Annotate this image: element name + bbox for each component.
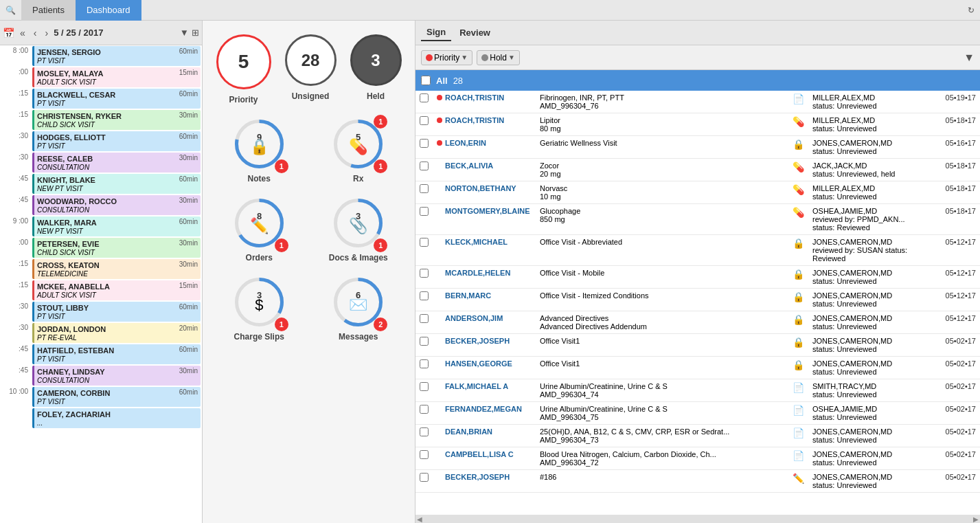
- circle-item-rx[interactable]: 5 💊 11Rx: [316, 118, 402, 183]
- row-checkbox[interactable]: [420, 269, 429, 278]
- appointment-item[interactable]: HODGES, ELLIOTT60minPT VISIT: [32, 131, 201, 151]
- schedule-list[interactable]: 8 :00JENSEN, SERGIO60minPT VISIT:00MOSLE…: [0, 45, 202, 523]
- row-checkbox[interactable]: [420, 291, 429, 300]
- hold-dropdown[interactable]: Hold ▼: [477, 50, 520, 65]
- schedule-header: 📅 « ‹ › 5 / 25 / 2017 ▼ ⊞: [0, 21, 202, 45]
- scroll-x-left-button[interactable]: ◀: [417, 515, 422, 523]
- row-checkbox[interactable]: [420, 93, 429, 102]
- appointment-item[interactable]: BLACKWELL, CESAR60minPT VISIT: [32, 89, 201, 109]
- table-row[interactable]: DEAN,BRIAN25(OH)D, ANA, B12, C & S, CMV,…: [415, 425, 980, 447]
- table-row[interactable]: BERN,MARCOffice Visit - Itemized Conditi…: [415, 289, 980, 311]
- patient-name[interactable]: HANSEN,GEORGE: [445, 359, 512, 368]
- schedule-grid-button[interactable]: ⊞: [192, 27, 199, 38]
- refresh-icon[interactable]: ↻: [968, 5, 975, 15]
- unsigned-circle[interactable]: 28: [285, 34, 337, 86]
- sign-button[interactable]: Sign: [421, 24, 451, 41]
- appointment-item[interactable]: JORDAN, LONDON20minPT RE-EVAL: [32, 323, 201, 343]
- table-row[interactable]: FERNANDEZ,MEGANUrine Albumin/Creatinine,…: [415, 402, 980, 425]
- patient-name[interactable]: BECKER,JOSEPH: [445, 337, 510, 345]
- circle-item-notes[interactable]: 9 🔒 1Notes: [216, 118, 302, 183]
- table-row[interactable]: NORTON,BETHANYNorvasc10 mg💊MILLER,ALEX,M…: [415, 181, 980, 204]
- row-checkbox[interactable]: [420, 162, 429, 170]
- row-checkbox[interactable]: [420, 238, 429, 247]
- patient-name[interactable]: MONTGOMERY,BLAINE: [445, 207, 530, 215]
- review-button[interactable]: Review: [454, 25, 496, 41]
- appointment-item[interactable]: FOLEY, ZACHARIAH...: [32, 408, 201, 428]
- row-checkbox[interactable]: [420, 337, 429, 346]
- held-circle[interactable]: 3: [350, 34, 402, 86]
- scroll-x-bar[interactable]: ◀ ▶: [415, 515, 980, 523]
- circle-item-docs[interactable]: 3 📎 1Docs & Images: [316, 197, 402, 263]
- table-row[interactable]: MCARDLE,HELENOffice Visit - Mobile🔒JONES…: [415, 266, 980, 289]
- tab-dashboard[interactable]: Dashboard: [76, 0, 141, 21]
- row-checkbox[interactable]: [420, 405, 429, 414]
- appointment-item[interactable]: CAMERON, CORBIN60minPT VISIT: [32, 387, 201, 407]
- nav-prev2-button[interactable]: «: [17, 26, 28, 40]
- select-all-checkbox[interactable]: [421, 76, 431, 85]
- patient-name[interactable]: ANDERSON,JIM: [445, 314, 503, 322]
- row-checkbox[interactable]: [420, 359, 429, 368]
- priority-dropdown[interactable]: Priority ▼: [421, 50, 472, 65]
- table-row[interactable]: ROACH,TRISTINFibrinogen, INR, PT, PTTAMD…: [415, 91, 980, 113]
- patient-name[interactable]: DEAN,BRIAN: [445, 427, 492, 436]
- table-row[interactable]: FALK,MICHAEL AUrine Albumin/Creatinine, …: [415, 379, 980, 402]
- table-row[interactable]: LEON,ERINGeriatric Wellness Visit🔒JONES,…: [415, 136, 980, 159]
- row-checkbox[interactable]: [420, 139, 429, 148]
- appointment-item[interactable]: CHRISTENSEN, RYKER30minCHILD SICK VISIT: [32, 110, 201, 130]
- nav-prev-button[interactable]: ‹: [31, 26, 40, 40]
- appointment-item[interactable]: JENSEN, SERGIO60minPT VISIT: [32, 46, 201, 66]
- appointment-item[interactable]: MOSLEY, MALAYA15minADULT SICK VISIT: [32, 67, 201, 87]
- search-button[interactable]: 🔍: [0, 5, 21, 15]
- nav-next-button[interactable]: ›: [42, 26, 51, 40]
- table-row[interactable]: KLECK,MICHAELOffice Visit - Abbreviated🔒…: [415, 235, 980, 266]
- table-row[interactable]: ROACH,TRISTINLipitor80 mg💊MILLER,ALEX,MD…: [415, 113, 980, 136]
- patient-name[interactable]: ROACH,TRISTIN: [445, 93, 504, 102]
- table-row[interactable]: BECKER,JOSEPH#186✏️JONES,CAMERON,MDstatu…: [415, 470, 980, 493]
- patient-name[interactable]: LEON,ERIN: [445, 139, 486, 147]
- appointment-item[interactable]: WOODWARD, ROCCO30minCONSULTATION: [32, 195, 201, 215]
- row-checkbox[interactable]: [420, 473, 429, 482]
- table-row[interactable]: HANSEN,GEORGEOffice Visit1🔒JONES,CAMERON…: [415, 357, 980, 379]
- row-checkbox[interactable]: [420, 382, 429, 391]
- patient-name[interactable]: BECKER,JOSEPH: [445, 473, 510, 481]
- tab-patients[interactable]: Patients: [21, 0, 76, 21]
- patient-name[interactable]: FALK,MICHAEL A: [445, 382, 508, 390]
- table-row[interactable]: BECKER,JOSEPHOffice Visit1🔒JONES,CAMERON…: [415, 334, 980, 357]
- patient-name[interactable]: BECK,ALIVIA: [445, 162, 493, 170]
- row-checkbox[interactable]: [420, 427, 429, 436]
- patient-name[interactable]: MCARDLE,HELEN: [445, 269, 510, 277]
- row-checkbox[interactable]: [420, 116, 429, 125]
- appointment-item[interactable]: PETERSEN, EVIE30minCHILD SICK VISIT: [32, 238, 201, 258]
- calendar-icon[interactable]: 📅: [3, 27, 14, 38]
- row-checkbox[interactable]: [420, 207, 429, 216]
- appointment-item[interactable]: WALKER, MARA60minNEW PT VISIT: [32, 216, 201, 236]
- circle-item-charge[interactable]: 3 $ 1Charge Slips: [216, 276, 302, 342]
- appointment-item[interactable]: HATFIELD, ESTEBAN60minPT VISIT: [32, 344, 201, 364]
- appointment-item[interactable]: CHANEY, LINDSAY30minCONSULTATION: [32, 366, 201, 386]
- appointment-item[interactable]: STOUT, LIBBY60minPT VISIT: [32, 302, 201, 322]
- appointment-item[interactable]: REESE, CALEB30minCONSULTATION: [32, 153, 201, 173]
- patient-name[interactable]: CAMPBELL,LISA C: [445, 450, 514, 458]
- right-filter-button[interactable]: ▼: [964, 52, 975, 64]
- table-row[interactable]: BECK,ALIVIAZocor20 mg💊JACK,JACK,MDstatus…: [415, 159, 980, 181]
- appointment-item[interactable]: MCKEE, ANABELLA15minADULT SICK VISIT: [32, 280, 201, 300]
- row-checkbox[interactable]: [420, 184, 429, 193]
- table-row[interactable]: MONTGOMERY,BLAINEGlucophage850 mg💊OSHEA,…: [415, 204, 980, 235]
- priority-circle[interactable]: 5: [216, 34, 271, 89]
- patient-name[interactable]: KLECK,MICHAEL: [445, 238, 508, 246]
- row-checkbox[interactable]: [420, 314, 429, 323]
- scroll-x-right-button[interactable]: ▶: [973, 515, 979, 523]
- circle-item-messages[interactable]: 6 ✉️ 2Messages: [316, 276, 402, 342]
- circle-item-orders[interactable]: 8 ✏️ 1Orders: [216, 197, 302, 263]
- table-row[interactable]: CAMPBELL,LISA CBlood Urea Nitrogen, Calc…: [415, 447, 980, 470]
- patient-name[interactable]: NORTON,BETHANY: [445, 184, 516, 192]
- schedule-filter-button[interactable]: ▼: [180, 27, 189, 38]
- patient-name[interactable]: BERN,MARC: [445, 291, 491, 300]
- patient-name[interactable]: FERNANDEZ,MEGAN: [445, 405, 522, 413]
- row-checkbox[interactable]: [420, 450, 429, 459]
- appointment-name: CHRISTENSEN, RYKER: [37, 112, 122, 120]
- table-row[interactable]: ANDERSON,JIMAdvanced DirectivesAdvanced …: [415, 311, 980, 334]
- patient-name[interactable]: ROACH,TRISTIN: [445, 116, 504, 124]
- appointment-item[interactable]: KNIGHT, BLAKE60minNEW PT VISIT: [32, 174, 201, 194]
- appointment-item[interactable]: CROSS, KEATON30minTELEMEDICINE: [32, 259, 201, 279]
